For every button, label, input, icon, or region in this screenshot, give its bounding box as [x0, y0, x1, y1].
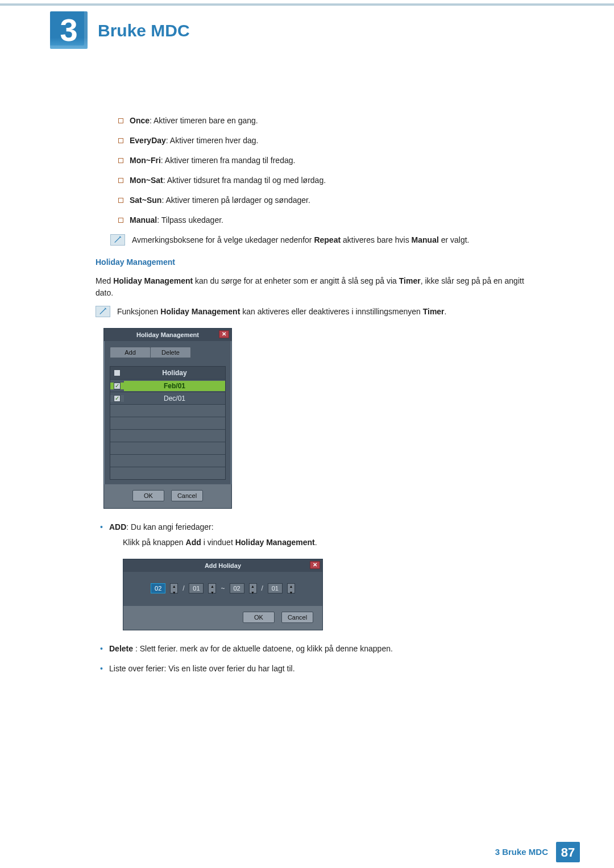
cancel-button[interactable]: Cancel — [171, 490, 203, 501]
t: Klikk på knappen — [123, 538, 186, 547]
table-row-empty — [110, 404, 225, 417]
t: Timer — [423, 307, 445, 316]
date-range-row: 02 ▲▼ / 01 ▲▼ ~ 02 ▲▼ / 01 ▲▼ — [123, 572, 322, 606]
holiday-management-dialog: Holiday Management ✕ Add Delete Holiday … — [103, 328, 232, 509]
close-icon[interactable]: ✕ — [310, 561, 320, 569]
ok-button[interactable]: OK — [132, 490, 164, 501]
table-row-empty — [110, 442, 225, 454]
desc: : Du kan angi feriedager: — [126, 522, 213, 531]
dialog-body: Add Delete Holiday Feb/01 Dec/01 — [104, 341, 231, 484]
table-header-row: Holiday — [110, 367, 225, 379]
cancel-button[interactable]: Cancel — [281, 612, 313, 623]
sub-paragraph: Klikk på knappen Add i vinduet Holiday M… — [123, 537, 540, 549]
holiday-management-paragraph: Med Holiday Management kan du sørge for … — [96, 275, 540, 299]
list-item: Mon~Sat: Aktiver tidsuret fra mandag til… — [96, 175, 540, 186]
dialog-title: Add Holiday — [205, 561, 241, 571]
page-number-badge: 87 — [556, 842, 580, 862]
desc: Liste over ferier: Vis en liste over fer… — [109, 664, 295, 673]
checkbox-icon[interactable] — [114, 369, 121, 376]
day-start-field[interactable]: 01 — [189, 583, 204, 593]
t: Funksjonen — [117, 307, 160, 316]
spinner-icon[interactable]: ▲▼ — [249, 583, 257, 593]
page-content: Once: Aktiver timeren bare en gang. Ever… — [0, 49, 614, 675]
row-checkbox-cell[interactable] — [110, 383, 124, 389]
t: . — [445, 307, 447, 316]
page-footer: 3 Bruke MDC 87 — [495, 842, 580, 862]
day-end-field[interactable]: 01 — [268, 583, 283, 593]
footer-chapter-label: 3 Bruke MDC — [495, 846, 548, 859]
list-item: ADD: Du kan angi feriedager: Klikk på kn… — [96, 521, 540, 630]
t: Avmerkingsboksene for å velge ukedager n… — [132, 235, 314, 244]
note-icon — [96, 306, 110, 317]
slash-separator: / — [182, 583, 184, 593]
term: Mon~Fri — [130, 156, 161, 165]
holiday-table: Holiday Feb/01 Dec/01 — [110, 366, 226, 480]
desc: : Slett ferier. merk av for de aktuelle … — [133, 644, 393, 653]
add-tab-button[interactable]: Add — [110, 347, 151, 358]
delete-tab-button[interactable]: Delete — [150, 347, 191, 358]
desc: : Aktiver timeren på lørdager og søndage… — [161, 196, 310, 205]
row-checkbox-cell[interactable] — [110, 395, 124, 402]
list-item: EveryDay: Aktiver timeren hver dag. — [96, 135, 540, 147]
table-row[interactable]: Feb/01 — [110, 379, 225, 392]
dialog-footer: OK Cancel — [104, 484, 231, 508]
term: Delete — [109, 644, 133, 653]
list-item: Mon~Fri: Aktiver timeren fra mandag til … — [96, 155, 540, 167]
dialog-title: Holiday Management — [136, 330, 199, 340]
desc: : Aktiver timeren fra mandag til fredag. — [161, 156, 296, 165]
t: er valgt. — [439, 235, 470, 244]
term: ADD — [109, 522, 126, 531]
post-dialog1-list: ADD: Du kan angi feriedager: Klikk på kn… — [96, 521, 540, 675]
table-row-empty — [110, 454, 225, 467]
table-row-empty — [110, 417, 225, 429]
term: Sat~Sun — [130, 196, 161, 205]
dialog-title-bar: Add Holiday ✕ — [123, 559, 322, 572]
note-text: Avmerkingsboksene for å velge ukedager n… — [132, 234, 470, 246]
slash-separator: / — [262, 583, 263, 593]
table-row-empty — [110, 467, 225, 479]
term: Manual — [130, 215, 157, 225]
header-checkbox-cell[interactable] — [110, 369, 124, 376]
month-end-field[interactable]: 02 — [230, 583, 244, 593]
list-item: Manual: Tilpass ukedager. — [96, 214, 540, 226]
desc: : Aktiver timeren hver dag. — [166, 136, 259, 145]
spinner-icon[interactable]: ▲▼ — [170, 583, 178, 593]
month-start-field[interactable]: 02 — [151, 583, 165, 593]
t: Add — [186, 538, 201, 547]
term: Mon~Sat — [130, 176, 163, 185]
close-icon[interactable]: ✕ — [219, 330, 229, 338]
list-item: Delete : Slett ferier. merk av for de ak… — [96, 643, 540, 655]
t: Manual — [412, 235, 439, 244]
checkbox-icon[interactable] — [114, 395, 121, 402]
holiday-management-heading: Holiday Management — [96, 256, 540, 268]
tab-row: Add Delete — [110, 347, 226, 358]
checkbox-icon[interactable] — [114, 383, 121, 389]
row-value: Feb/01 — [124, 381, 225, 391]
row-value: Dec/01 — [124, 393, 225, 404]
desc: : Tilpass ukedager. — [157, 215, 223, 225]
desc: : Aktiver tidsuret fra mandag til og med… — [163, 176, 326, 185]
term: Once — [130, 116, 150, 125]
table-row-empty — [110, 429, 225, 442]
t: Timer — [399, 276, 421, 285]
list-item: Sat~Sun: Aktiver timeren på lørdager og … — [96, 194, 540, 206]
tilde-separator: ~ — [221, 583, 225, 593]
t: Repeat — [314, 235, 341, 244]
chapter-title: Bruke MDC — [98, 18, 190, 43]
list-item: Liste over ferier: Vis en liste over fer… — [96, 663, 540, 675]
ok-button[interactable]: OK — [243, 612, 275, 623]
list-item: Once: Aktiver timeren bare en gang. — [96, 115, 540, 127]
t: kan aktiveres eller deaktiveres i innsti… — [240, 307, 422, 316]
spinner-icon[interactable]: ▲▼ — [287, 583, 295, 593]
t: i vinduet — [201, 538, 235, 547]
desc: : Aktiver timeren bare en gang. — [150, 116, 258, 125]
t: . — [315, 538, 317, 547]
spinner-icon[interactable]: ▲▼ — [208, 583, 216, 593]
t: aktiveres bare hvis — [341, 235, 412, 244]
chapter-header: 3 Bruke MDC — [0, 6, 614, 49]
t: Holiday Management — [160, 307, 240, 316]
table-row[interactable]: Dec/01 — [110, 392, 225, 404]
t: kan du sørge for at enheter som er angit… — [193, 276, 399, 285]
t: Med — [96, 276, 113, 285]
holiday-column-header: Holiday — [124, 368, 225, 378]
